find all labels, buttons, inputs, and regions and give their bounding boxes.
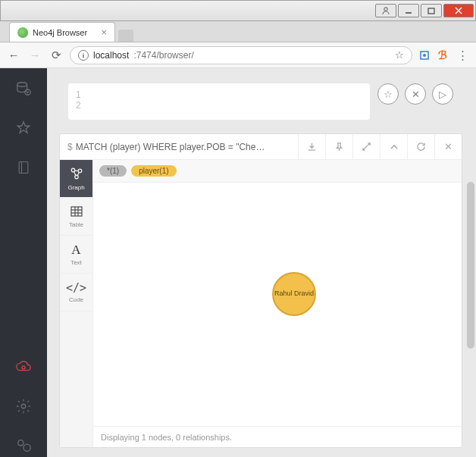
svg-point-12 <box>21 404 26 408</box>
pin-button[interactable] <box>325 134 352 159</box>
svg-point-11 <box>22 366 25 369</box>
svg-line-20 <box>77 172 79 176</box>
window-user-button[interactable] <box>375 4 396 17</box>
window-minimize-button[interactable] <box>398 4 419 17</box>
scrollbar-thumb[interactable] <box>467 182 474 349</box>
view-text[interactable]: A Text <box>60 236 92 274</box>
svg-point-7 <box>17 83 27 87</box>
sidebar-documents-icon[interactable] <box>12 156 35 179</box>
result-header: $MATCH (player) WHERE player.POB = "Che…… <box>60 134 462 160</box>
expand-button[interactable] <box>352 134 380 159</box>
view-switcher: Graph Table A Text </> Code <box>60 160 93 447</box>
graph-node[interactable]: Rahul Dravid <box>272 272 316 316</box>
main-content: 1 2 ☆ ✕ ▷ $MATCH (player) WHERE player.P… <box>47 68 476 457</box>
address-host: localhost <box>93 50 129 61</box>
browser-tab[interactable]: Neo4j Browser × <box>9 22 115 42</box>
graph-panel: *(1) player(1) Rahul Dravid Displaying 1… <box>93 160 462 447</box>
result-statusbar: Displaying 1 nodes, 0 relationships. <box>93 426 462 447</box>
bookmark-star-icon[interactable]: ☆ <box>395 49 404 61</box>
sidebar-about-icon[interactable] <box>12 434 35 457</box>
close-result-button[interactable]: ✕ <box>434 134 462 159</box>
result-frame: $MATCH (player) WHERE player.POB = "Che…… <box>59 133 462 448</box>
svg-point-6 <box>423 54 426 57</box>
chip-player[interactable]: player(1) <box>131 165 176 177</box>
tab-title: Neo4j Browser <box>33 28 96 37</box>
svg-rect-2 <box>428 8 434 14</box>
forward-button[interactable]: → <box>27 48 42 63</box>
neo4j-favicon <box>17 27 28 38</box>
svg-point-15 <box>71 168 75 172</box>
editor-line-number: 2 <box>76 100 362 111</box>
query-editor[interactable]: 1 2 <box>68 83 370 120</box>
view-table[interactable]: Table <box>60 198 92 236</box>
query-prompt: $ <box>67 142 73 152</box>
executed-query: $MATCH (player) WHERE player.POB = "Che… <box>60 142 298 152</box>
reload-button[interactable]: ⟳ <box>49 48 64 63</box>
sidebar-database-icon[interactable] <box>12 77 35 100</box>
text-icon: A <box>71 243 80 258</box>
status-text: Displaying 1 nodes, 0 relationships. <box>101 433 232 442</box>
favorite-button[interactable]: ☆ <box>377 83 399 105</box>
rerun-button[interactable] <box>407 134 434 159</box>
table-icon <box>70 205 83 220</box>
editor-line-number: 1 <box>76 89 362 100</box>
left-sidebar <box>0 68 47 457</box>
app-root: 1 2 ☆ ✕ ▷ $MATCH (player) WHERE player.P… <box>0 68 476 457</box>
new-tab-button[interactable] <box>118 30 133 42</box>
svg-line-19 <box>74 171 76 175</box>
collapse-up-button[interactable] <box>380 134 407 159</box>
svg-point-17 <box>74 175 78 179</box>
chip-all[interactable]: *(1) <box>99 165 127 177</box>
window-close-button[interactable] <box>443 4 474 17</box>
run-button[interactable]: ▷ <box>432 83 453 105</box>
graph-icon <box>70 167 83 183</box>
result-body: Graph Table A Text </> Code <box>60 160 462 447</box>
query-body: MATCH (player) WHERE player.POB = "Che… <box>76 142 265 152</box>
editor-actions: ☆ ✕ ▷ <box>377 83 453 105</box>
site-info-icon[interactable]: i <box>78 50 89 61</box>
window-maximize-button[interactable] <box>421 4 442 17</box>
view-label: Code <box>69 296 83 303</box>
svg-point-16 <box>78 169 82 173</box>
window-titlebar <box>0 0 476 21</box>
tab-close-icon[interactable]: × <box>101 27 107 38</box>
sidebar-cloud-icon[interactable] <box>12 355 35 378</box>
sidebar-favorites-icon[interactable] <box>12 117 35 139</box>
back-button[interactable]: ← <box>6 48 21 63</box>
browser-tabbar: Neo4j Browser × <box>0 21 476 42</box>
code-icon: </> <box>66 281 86 295</box>
svg-rect-9 <box>19 162 28 174</box>
view-label: Text <box>70 259 82 266</box>
result-toolbar: ✕ <box>298 134 462 159</box>
address-field[interactable]: i localhost:7474/browser/ ☆ <box>70 46 412 64</box>
node-label: Rahul Dravid <box>274 290 314 298</box>
svg-point-13 <box>18 440 23 446</box>
export-button[interactable] <box>298 134 325 159</box>
clear-button[interactable]: ✕ <box>405 83 426 105</box>
sidebar-settings-icon[interactable] <box>12 395 35 418</box>
view-label: Table <box>69 221 83 228</box>
browser-toolbar: ← → ⟳ i localhost:7474/browser/ ☆ ℬ ⋮ <box>0 42 476 68</box>
svg-point-14 <box>23 444 30 451</box>
view-code[interactable]: </> Code <box>60 274 92 311</box>
label-chips: *(1) player(1) <box>93 160 462 183</box>
graph-canvas[interactable]: Rahul Dravid <box>93 183 462 426</box>
view-graph[interactable]: Graph <box>60 160 92 198</box>
browser-menu-button[interactable]: ⋮ <box>455 48 470 63</box>
extension-icon-1[interactable] <box>418 49 431 61</box>
view-label: Graph <box>67 184 84 191</box>
svg-point-0 <box>384 8 387 11</box>
query-editor-card: 1 2 ☆ ✕ ▷ <box>59 77 462 126</box>
svg-rect-21 <box>71 207 82 216</box>
address-path: :7474/browser/ <box>133 50 193 61</box>
extension-icon-2[interactable]: ℬ <box>437 49 449 61</box>
